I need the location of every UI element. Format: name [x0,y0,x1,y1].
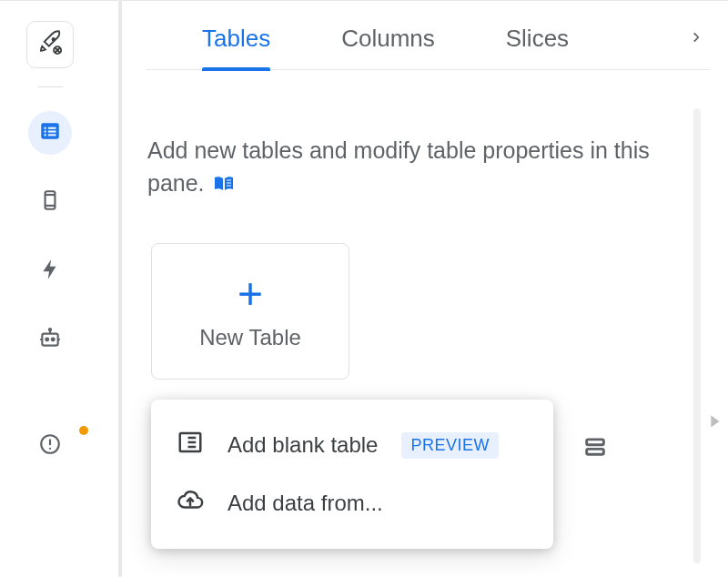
svg-rect-8 [48,130,56,132]
rocket-icon [36,29,64,60]
new-table-dropdown: Add blank table PREVIEW Add data from... [151,400,553,549]
caret-right-icon [704,421,724,437]
dropdown-item-add-data-from[interactable]: Add data from... [151,474,553,532]
tab-slices[interactable]: Slices [506,25,569,53]
svg-point-15 [46,339,48,341]
pane-description: Add new tables and modify table properti… [147,134,655,204]
bolt-icon [38,258,62,285]
help-book-icon[interactable] [211,170,237,203]
svg-rect-6 [48,127,56,129]
dropdown-item-add-blank-table[interactable]: Add blank table PREVIEW [151,416,553,474]
alert-icon [38,432,62,460]
table-outline-icon [177,429,204,461]
panel-expand-right[interactable] [704,409,724,438]
tabs-scroll-right-button[interactable] [690,27,710,67]
svg-point-18 [49,329,51,330]
dropdown-item-label: Add blank table [228,432,378,458]
data-icon [38,119,62,147]
view-mode-toggle[interactable] [582,434,608,463]
dropdown-item-label: Add data from... [228,491,383,516]
svg-rect-36 [587,449,604,454]
tabs-bar: Tables Columns Slices [146,25,710,70]
plus-icon: + [238,272,263,316]
svg-point-16 [52,339,55,341]
svg-rect-14 [42,334,57,346]
sidebar-divider [37,86,63,87]
tab-columns[interactable]: Columns [341,25,435,53]
svg-rect-9 [45,134,46,136]
sidebar-item-automation[interactable] [28,249,72,293]
cloud-upload-icon [177,487,204,520]
scrollbar-track[interactable] [693,108,701,563]
svg-rect-5 [45,127,46,129]
svg-rect-10 [48,134,56,136]
svg-rect-7 [45,130,46,132]
svg-point-0 [53,38,56,41]
sidebar-item-bot[interactable] [28,319,72,362]
vertical-divider [118,1,122,577]
new-table-card[interactable]: + New Table [151,243,349,380]
preview-badge: PREVIEW [401,432,499,459]
tab-tables[interactable]: Tables [202,25,270,53]
rows-icon [582,447,608,462]
sidebar-item-data[interactable] [28,111,72,155]
sidebar-item-info[interactable] [28,424,72,468]
sidebar-rocket-button[interactable] [26,21,74,68]
sidebar-item-views[interactable] [28,180,72,224]
chevron-right-icon [690,35,703,50]
phone-icon [38,188,62,216]
bot-icon [38,327,62,354]
notification-dot-icon [79,426,88,435]
svg-point-23 [49,448,51,450]
svg-rect-35 [587,440,604,445]
new-table-label: New Table [199,325,301,350]
